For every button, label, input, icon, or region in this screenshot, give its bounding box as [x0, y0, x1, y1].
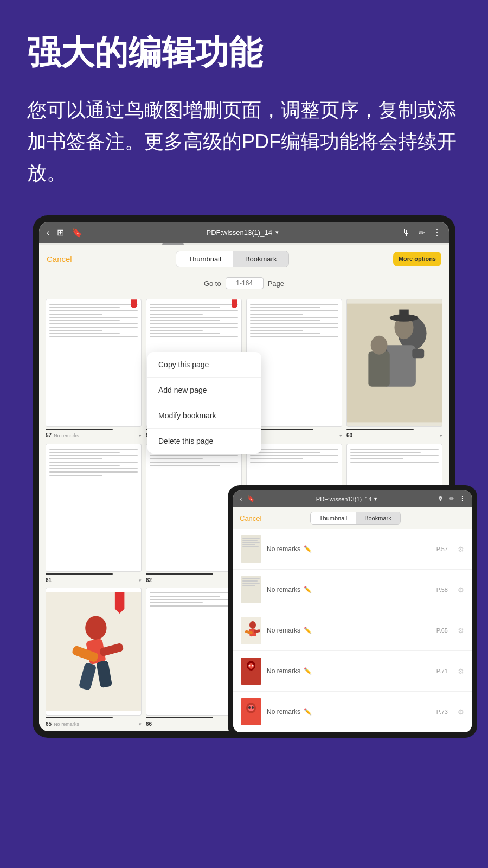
svg-point-43	[248, 706, 251, 709]
more-icon[interactable]: ⋮	[433, 227, 441, 238]
thumbnail-57[interactable]: 57 No remarks ▾	[46, 299, 142, 438]
bm-thumb-img-65	[241, 617, 261, 644]
delete-page-item[interactable]: Delete this page	[147, 429, 261, 454]
svg-point-38	[249, 665, 251, 667]
bm-thumb-img-58	[241, 576, 261, 603]
bm-page-73: P.73	[436, 709, 448, 715]
main-description: 您可以通过鸟瞰图增删页面，调整页序，复制或添加书签备注。更多高级的PDF编辑功能…	[27, 94, 461, 188]
bm-remark-58: No remarks	[267, 586, 300, 593]
bm-edit-icon-57[interactable]: ✏️	[304, 545, 312, 553]
page-num-65: 65	[46, 721, 52, 727]
bookmark-flag-57	[131, 299, 137, 308]
bm-item-73[interactable]: No remarks ✏️ P.73 ⚙	[233, 692, 472, 732]
svg-point-39	[252, 665, 254, 667]
cancel-button[interactable]: Cancel	[47, 254, 72, 264]
chevron-60[interactable]: ▾	[440, 433, 442, 438]
svg-rect-27	[242, 580, 258, 582]
dropdown-arrow[interactable]: ▾	[275, 229, 279, 236]
secondary-screen: ‹ 🔖 PDF:wissen13(1)_14 ▾ 🎙 ✏ ⋮ Cancel Th…	[233, 490, 472, 732]
bm-item-58[interactable]: No remarks ✏️ P.58 ⚙	[233, 570, 472, 610]
modify-bookmark-item[interactable]: Modify bookmark	[147, 403, 261, 429]
remark-57: No remarks	[54, 433, 79, 438]
bm-gear-57[interactable]: ⚙	[458, 545, 464, 553]
svg-rect-24	[242, 546, 259, 547]
thumb-label-61: 61 ▾	[46, 577, 142, 583]
pen-icon[interactable]: ✏	[419, 228, 425, 237]
svg-rect-20	[242, 538, 260, 539]
goto-input[interactable]	[226, 277, 264, 289]
back-icon[interactable]: ‹	[47, 228, 49, 238]
svg-point-44	[252, 706, 254, 709]
bm-edit-icon-58[interactable]: ✏️	[304, 586, 312, 593]
bookmark-icon[interactable]: 🔖	[72, 227, 82, 238]
thumbnail-60[interactable]: 60 ▾	[346, 299, 442, 438]
page-lines-58	[146, 299, 241, 344]
thumb-label-65: 65 No remarks ▾	[46, 721, 142, 727]
thumb-label-57: 57 No remarks ▾	[46, 432, 142, 438]
bm-info-58: No remarks ✏️	[267, 586, 431, 593]
bm-item-71[interactable]: No remarks ✏️ P.71 ⚙	[233, 651, 472, 692]
chevron-59[interactable]: ▾	[339, 433, 342, 438]
topbar-center: PDF:wissen13(1)_14 ▾	[206, 228, 278, 237]
svg-point-31	[249, 621, 256, 629]
svg-rect-8	[368, 351, 389, 387]
thumbnail-65[interactable]: 65 No remarks ▾	[46, 588, 142, 727]
bm-info-57: No remarks ✏️	[267, 545, 431, 553]
goto-label: Go to	[204, 279, 221, 288]
bm-thumb-img-71	[241, 658, 261, 685]
add-page-item[interactable]: Add new page	[147, 378, 261, 403]
bm-tab-bookmark[interactable]: Bookmark	[356, 512, 400, 524]
bm-item-57[interactable]: No remarks ✏️ P.57 ⚙	[233, 529, 472, 570]
thumb-underline-66	[146, 717, 213, 718]
bm-cancel-button[interactable]: Cancel	[240, 514, 261, 522]
svg-rect-7	[399, 310, 409, 322]
topbar-right: 🎙 ✏ ⋮	[402, 227, 441, 238]
secondary-topbar: ‹ 🔖 PDF:wissen13(1)_14 ▾ 🎙 ✏ ⋮	[233, 490, 472, 507]
page-lines-59	[247, 299, 342, 344]
bookmark-toolbar: Cancel Thumbnail Bookmark	[233, 507, 472, 529]
tab-bookmark[interactable]: Bookmark	[233, 251, 289, 267]
secondary-bookmark-icon[interactable]: 🔖	[247, 495, 255, 502]
more-options-button[interactable]: More options	[393, 252, 441, 266]
chevron-61[interactable]: ▾	[139, 578, 142, 583]
svg-rect-19	[241, 535, 261, 563]
secondary-dropdown[interactable]: ▾	[374, 496, 377, 502]
mic-icon[interactable]: 🎙	[402, 228, 411, 238]
secondary-more[interactable]: ⋮	[459, 495, 465, 502]
bm-tab-thumbnail[interactable]: Thumbnail	[311, 512, 356, 524]
main-title: 强大的编辑功能	[27, 33, 461, 73]
secondary-back-icon[interactable]: ‹	[240, 495, 242, 503]
chevron-65[interactable]: ▾	[139, 722, 142, 727]
tab-group: Thumbnail Bookmark	[176, 251, 289, 267]
thumb-underline-61	[46, 573, 113, 575]
bm-gear-58[interactable]: ⚙	[458, 586, 464, 594]
svg-point-9	[371, 336, 388, 355]
page-num-57: 57	[46, 432, 52, 438]
bm-gear-73[interactable]: ⚙	[458, 708, 464, 716]
bm-page-71: P.71	[436, 668, 448, 674]
bm-item-65[interactable]: No remarks ✏️ P.65 ⚙	[233, 610, 472, 651]
scroll-thumb[interactable]	[162, 243, 184, 245]
page-lines-61	[46, 444, 141, 482]
grid-icon[interactable]: ⊞	[57, 227, 64, 238]
bm-tabs: Thumbnail Bookmark	[310, 512, 401, 525]
copy-page-item[interactable]: Copy this page	[147, 352, 261, 378]
bm-info-65: No remarks ✏️	[267, 627, 431, 634]
thumbnail-grid-row1: 57 No remarks ▾	[39, 293, 449, 444]
page-label: Page	[268, 279, 284, 288]
secondary-pen[interactable]: ✏	[449, 495, 454, 502]
bm-gear-71[interactable]: ⚙	[458, 667, 464, 675]
remark-65: No remarks	[54, 722, 79, 727]
thumbnail-toolbar: Cancel Thumbnail Bookmark More options	[39, 245, 449, 273]
page-num-66: 66	[146, 721, 152, 727]
bm-edit-icon-71[interactable]: ✏️	[304, 667, 312, 675]
bm-gear-65[interactable]: ⚙	[458, 627, 464, 635]
thumbnail-61[interactable]: 61 ▾	[46, 444, 142, 583]
page-lines-64	[347, 444, 442, 469]
tab-thumbnail[interactable]: Thumbnail	[176, 251, 233, 267]
bm-edit-icon-73[interactable]: ✏️	[304, 708, 312, 716]
chevron-57[interactable]: ▾	[139, 433, 142, 438]
secondary-mic[interactable]: 🎙	[438, 495, 444, 502]
bm-edit-icon-65[interactable]: ✏️	[304, 627, 312, 634]
bm-info-73: No remarks ✏️	[267, 708, 431, 716]
